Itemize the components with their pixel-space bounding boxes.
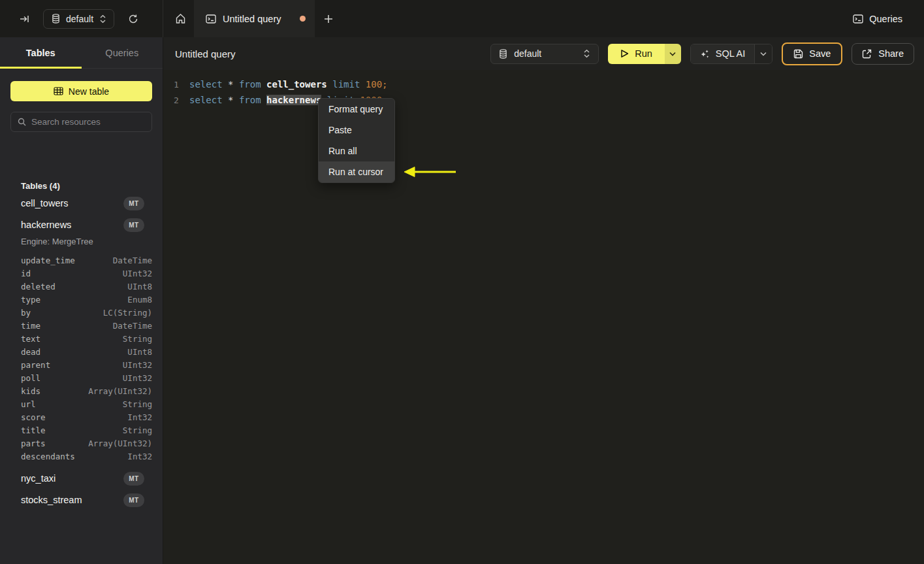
share-export-icon [862,49,872,59]
column-type: DateTime [113,256,152,265]
column-name: url [21,399,36,409]
column-type: Array(UInt32) [88,386,152,396]
column-name: type [21,295,40,305]
run-split-button: Run [608,44,681,64]
run-button-label: Run [635,48,652,59]
code-token: limit [332,79,360,90]
column-name: text [21,334,40,344]
new-tab-button[interactable] [319,9,338,29]
menu-item-run-at-cursor[interactable]: Run at cursor [319,161,394,182]
database-icon [499,49,507,59]
code-token [233,95,238,105]
queries-button[interactable]: Queries [853,14,902,24]
updown-chevron-icon [99,14,106,24]
code-token: select [189,79,223,90]
sql-editor[interactable]: 1 select * from cell_towers limit 100; 2… [163,70,924,564]
tables-section-label: Tables (4) [21,181,60,191]
table-row-stocks-stream[interactable]: stocks_stream MT [10,491,152,509]
code-token [233,79,238,90]
sql-ai-button[interactable]: SQL AI [691,44,754,63]
column-row: textString [21,332,152,345]
search-resources-box [10,112,152,132]
topbar-database-selector[interactable]: default [43,9,114,29]
column-row: descendantsInt32 [21,450,152,463]
column-type: UInt32 [123,373,152,383]
sidebar-tab-queries[interactable]: Queries [82,37,163,68]
share-button[interactable]: Share [852,43,914,65]
sql-ai-caret[interactable] [754,44,772,63]
terminal-icon [206,14,216,24]
new-table-button[interactable]: New table [10,81,152,101]
code-token [223,95,228,105]
tab-untitled-query[interactable]: Untitled query [194,0,315,37]
sidebar-tab-tables[interactable]: Tables [0,37,82,68]
column-type: String [123,334,152,344]
column-row: byLC(String) [21,306,152,319]
query-title: Untitled query [175,48,236,59]
code-token [327,79,332,90]
table-name: stocks_stream [21,495,82,505]
column-row: kidsArray(UInt32) [21,384,152,397]
column-name: parts [21,439,46,448]
line-number: 1 [163,80,189,90]
top-bar: default Untitled query Queries [0,0,924,37]
search-icon [18,118,26,126]
code-token: from [239,79,261,90]
sidebar: Tables Queries New table Tables (4) cell… [0,37,163,564]
code-token [223,79,228,90]
column-type: Enum8 [127,295,152,305]
column-name: title [21,425,46,435]
save-button[interactable]: Save [782,42,842,65]
editor-database-selector[interactable]: default [490,44,599,64]
code-token: select [189,95,223,105]
run-options-caret[interactable] [665,44,681,64]
table-grid-icon [54,87,63,95]
column-type: Int32 [127,452,152,461]
engine-badge: MT [123,472,144,486]
column-name: deleted [21,282,56,291]
column-type: String [123,399,152,409]
home-icon[interactable] [172,10,189,27]
menu-item-run-all[interactable]: Run all [319,141,394,161]
engine-badge: MT [123,493,144,507]
column-row: titleString [21,423,152,437]
table-row-cell-towers[interactable]: cell_towers MT [10,194,152,212]
sparkles-icon [700,49,710,59]
code-token [261,95,266,105]
editor-toolbar: default Run SQL AI [490,42,914,65]
table-name: hackernews [21,220,71,230]
tab-strip: Untitled query Queries [163,0,924,37]
column-name: update_time [21,256,75,265]
column-row: deadUInt8 [21,345,152,358]
topbar-left-section: default [0,0,163,37]
table-row-nyc-taxi[interactable]: nyc_taxi MT [10,469,152,488]
column-type: LC(String) [103,308,152,318]
run-button[interactable]: Run [608,44,665,64]
column-name: score [21,412,46,422]
menu-item-paste[interactable]: Paste [319,120,394,141]
sidebar-tab-queries-label: Queries [105,48,138,58]
collapse-sidebar-icon[interactable] [16,10,33,27]
table-row-hackernews[interactable]: hackernews MT [10,216,152,234]
code-token: cell_towers [266,79,327,90]
column-row: partsArray(UInt32) [21,437,152,450]
column-name: dead [21,347,40,357]
column-name: kids [21,386,40,396]
editor-database-value: default [514,48,541,59]
play-icon [620,49,629,58]
column-row: deletedUInt8 [21,280,152,293]
sidebar-tabs: Tables Queries [0,37,163,69]
sql-ai-button-label: SQL AI [716,48,745,59]
column-row: parentUInt32 [21,358,152,371]
search-resources-input[interactable] [31,117,147,127]
column-type: UInt8 [127,282,152,291]
menu-item-format-query[interactable]: Format query [319,99,394,120]
refresh-icon[interactable] [125,10,142,27]
code-line-content: select * from cell_towers limit 100; [189,79,388,90]
save-button-label: Save [809,48,831,59]
code-line-1[interactable]: 1 select * from cell_towers limit 100; [163,76,388,92]
unsaved-changes-dot [300,16,306,22]
share-button-label: Share [878,48,904,59]
line-number: 2 [163,95,189,105]
column-type: UInt32 [123,360,152,370]
